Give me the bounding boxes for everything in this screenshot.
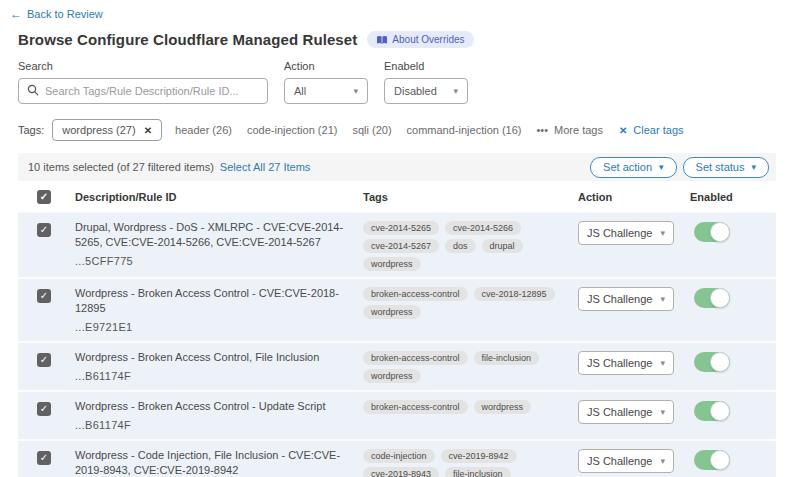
remove-tag-icon[interactable]: ✕ [144, 125, 152, 136]
tag-chip: broken-access-control [363, 351, 468, 365]
tag-chip: code-injection [363, 449, 435, 463]
tag-chip: wordpress [363, 305, 421, 319]
tag-chip: dos [445, 239, 476, 253]
table-header-row: ✓ Description/Rule ID Tags Action Enable… [18, 183, 776, 213]
rule-id: ...B61174F [75, 418, 347, 433]
rule-description: Wordpress - Code Injection, File Inclusi… [75, 448, 347, 477]
clear-tags-label: Clear tags [633, 124, 683, 136]
rule-action-select[interactable]: JS Challenge ▾ [578, 221, 674, 245]
book-icon [376, 35, 388, 45]
action-filter-value: All [294, 85, 306, 97]
rule-action-value: JS Challenge [587, 227, 652, 239]
tag-option[interactable]: sqli (20) [352, 124, 391, 136]
rules-table-body: ✓ Drupal, Wordpress - DoS - XMLRPC - CVE… [18, 213, 776, 477]
enabled-toggle[interactable] [694, 450, 730, 470]
tag-chip: drupal [482, 239, 523, 253]
set-action-button[interactable]: Set action ▾ [590, 157, 676, 178]
tag-option[interactable]: code-injection (21) [247, 124, 338, 136]
tag-chip: file-inclusion [474, 351, 540, 365]
row-checkbox[interactable]: ✓ [37, 289, 51, 303]
row-checkbox[interactable]: ✓ [37, 451, 51, 465]
rule-description: Drupal, Wordpress - DoS - XMLRPC - CVE:C… [75, 220, 347, 250]
tag-chip: broken-access-control [363, 287, 468, 301]
back-arrow-icon: ← [10, 8, 22, 20]
set-status-label: Set status [696, 161, 745, 173]
chevron-down-icon: ▾ [659, 162, 664, 172]
title-row: Browse Configure Cloudflare Managed Rule… [18, 31, 776, 48]
action-filter-select[interactable]: All ▾ [284, 78, 368, 104]
tags-label: Tags: [18, 124, 44, 136]
toggle-knob [710, 288, 730, 308]
select-all-link[interactable]: Select All 27 Items [220, 161, 311, 173]
clear-tags-button[interactable]: ✕ Clear tags [619, 124, 684, 136]
row-checkbox[interactable]: ✓ [37, 223, 51, 237]
tag-option[interactable]: command-injection (16) [407, 124, 522, 136]
tag-chip: wordpress [363, 369, 421, 383]
set-action-label: Set action [603, 161, 652, 173]
chevron-down-icon: ▾ [453, 86, 458, 96]
tag-chip: cve-2019-8943 [363, 467, 439, 477]
row-checkbox[interactable]: ✓ [37, 353, 51, 367]
more-tags-button[interactable]: ••• More tags [536, 124, 602, 136]
more-tags-label: More tags [554, 124, 603, 136]
selection-bar: 10 items selected (of 27 filtered items)… [18, 153, 776, 181]
about-overrides-badge[interactable]: About Overrides [367, 31, 473, 48]
enabled-filter-label: Enabeld [384, 60, 468, 72]
tag-chip: wordpress [474, 400, 532, 414]
rule-action-select[interactable]: JS Challenge ▾ [578, 351, 674, 375]
tag-chip: cve-2019-8942 [441, 449, 517, 463]
search-label: Search [18, 60, 268, 72]
tag-chip: file-inclusion [445, 467, 511, 477]
toggle-knob [710, 450, 730, 470]
back-to-review-link[interactable]: ← Back to Review [10, 8, 103, 20]
rule-description: Wordpress - Broken Access Control - CVE:… [75, 286, 347, 316]
tag-chip: cve-2014-5266 [445, 221, 521, 235]
rule-action-select[interactable]: JS Challenge ▾ [578, 400, 674, 424]
toggle-knob [710, 401, 730, 421]
tags-bar: Tags: wordpress (27) ✕ header (26)code-i… [18, 119, 776, 141]
column-header-action: Action [578, 191, 690, 203]
rules-table: ✓ Description/Rule ID Tags Action Enable… [18, 183, 776, 477]
chevron-down-icon: ▾ [660, 407, 665, 417]
set-status-button[interactable]: Set status ▾ [683, 157, 769, 178]
tag-chip: cve-2018-12895 [474, 287, 555, 301]
page: ← Back to Review Browse Configure Cloudf… [0, 0, 794, 477]
toggle-knob [710, 352, 730, 372]
rule-action-value: JS Challenge [587, 455, 652, 467]
search-icon [27, 84, 39, 98]
rule-tags: code-injectioncve-2019-8942cve-2019-8943… [363, 449, 578, 477]
enabled-toggle[interactable] [694, 288, 730, 308]
select-all-checkbox[interactable]: ✓ [37, 190, 51, 204]
chevron-down-icon: ▾ [660, 358, 665, 368]
rule-tags: broken-access-controlwordpress [363, 400, 578, 414]
tag-option[interactable]: header (26) [175, 124, 232, 136]
selected-tag-label: wordpress (27) [62, 124, 135, 136]
enabled-filter-select[interactable]: Disabled ▾ [384, 78, 468, 104]
search-input[interactable] [45, 85, 259, 97]
table-row: ✓ Wordpress - Broken Access Control - Up… [18, 392, 776, 441]
rule-description: Wordpress - Broken Access Control - Upda… [75, 399, 347, 414]
rule-id: ...5CFF775 [75, 254, 347, 269]
action-filter-label: Action [284, 60, 368, 72]
tag-chip: cve-2014-5265 [363, 221, 439, 235]
rule-action-value: JS Challenge [587, 357, 652, 369]
table-row: ✓ Wordpress - Broken Access Control - CV… [18, 279, 776, 343]
close-icon: ✕ [619, 125, 627, 136]
filters: Search Action All ▾ Enabeld Disable [18, 60, 776, 104]
column-header-tags: Tags [363, 191, 578, 203]
tag-chip: broken-access-control [363, 400, 468, 414]
column-header-description: Description/Rule ID [75, 191, 363, 203]
enabled-toggle[interactable] [694, 401, 730, 421]
page-title: Browse Configure Cloudflare Managed Rule… [18, 31, 357, 48]
table-row: ✓ Drupal, Wordpress - DoS - XMLRPC - CVE… [18, 213, 776, 279]
row-checkbox[interactable]: ✓ [37, 402, 51, 416]
enabled-toggle[interactable] [694, 222, 730, 242]
search-box[interactable] [18, 78, 268, 104]
selected-tag-chip[interactable]: wordpress (27) ✕ [52, 119, 162, 141]
chevron-down-icon: ▾ [660, 456, 665, 466]
ellipsis-icon: ••• [536, 124, 548, 136]
toggle-knob [710, 222, 730, 242]
rule-action-select[interactable]: JS Challenge ▾ [578, 449, 674, 473]
enabled-toggle[interactable] [694, 352, 730, 372]
rule-action-select[interactable]: JS Challenge ▾ [578, 287, 674, 311]
